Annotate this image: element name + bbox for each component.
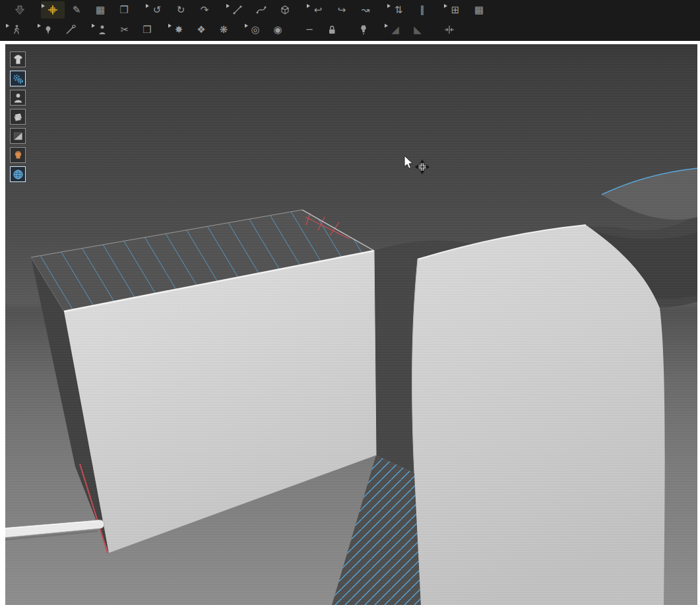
seam-line-tool-icon: ─ <box>306 25 312 35</box>
dressform-tool[interactable] <box>352 21 375 38</box>
surface-shade-button[interactable] <box>10 128 26 144</box>
flower-cluster-tool[interactable]: ❋ <box>212 21 235 38</box>
scissors-tool[interactable]: ✂ <box>113 21 136 38</box>
transform-pattern-tool-icon <box>48 5 58 15</box>
rotate-arc-tool-icon: ↷ <box>201 5 209 15</box>
import-garment-tool-icon <box>15 5 25 15</box>
cluster-tool[interactable]: ❖ <box>190 21 212 38</box>
show-avatar-button[interactable] <box>10 90 26 106</box>
rotate-ccw-tool[interactable]: ↺ <box>145 1 169 18</box>
flatten-tool[interactable]: ↝ <box>354 1 377 18</box>
pin-pair-tool-icon: ⇅ <box>395 5 403 15</box>
import-garment-tool[interactable] <box>8 1 32 18</box>
view-mode-toolbar <box>10 51 26 182</box>
copy-pattern-tool[interactable]: ❐ <box>112 1 136 18</box>
edit-pattern-tool[interactable]: ✎ <box>65 1 88 18</box>
right-garment-panel[interactable] <box>412 225 665 605</box>
fabrics-icon <box>13 111 24 123</box>
edit-pattern-tool-icon: ✎ <box>73 5 81 15</box>
rotate-ccw-tool-icon: ↺ <box>153 5 162 15</box>
dropdown-arrow-icon <box>245 24 248 28</box>
rotate-cw-tool[interactable]: ↻ <box>169 1 193 18</box>
button-place-tool-icon: ◎ <box>251 25 259 35</box>
unfold-tool[interactable]: ↪ <box>330 1 354 18</box>
button-tool-icon: ◉ <box>273 25 282 35</box>
cluster-tool-icon: ❖ <box>197 25 205 35</box>
viewport-3d[interactable] <box>5 44 697 605</box>
unfold-tool-icon: ↪ <box>338 5 346 15</box>
mesh-grid-tool[interactable]: ▦ <box>467 1 491 18</box>
mesh-grid-tool-icon: ▦ <box>474 5 484 15</box>
globe-icon <box>13 169 24 180</box>
scissors-tool-icon: ✂ <box>121 25 129 35</box>
transform-pattern-tool[interactable] <box>41 1 65 18</box>
show-garment-button[interactable] <box>10 51 26 67</box>
pin-tool-icon <box>43 24 53 35</box>
fabric-layers-button[interactable] <box>10 109 26 125</box>
dropdown-arrow-icon <box>6 24 9 28</box>
lock-tool[interactable] <box>321 21 343 38</box>
shade-triangle-tool-b[interactable]: ◣ <box>406 21 429 38</box>
rotate-cw-tool-icon: ↻ <box>177 5 185 15</box>
button-place-tool[interactable]: ◎ <box>244 21 267 38</box>
burst-tool[interactable]: ✸ <box>168 21 190 38</box>
dropdown-arrow-icon <box>168 24 172 28</box>
shade-triangle-tool-b-icon: ◣ <box>414 25 422 35</box>
dropdown-arrow-icon <box>385 24 388 28</box>
rotate-arc-tool[interactable]: ↷ <box>193 1 216 18</box>
segment-sewing-tool-icon <box>232 5 243 15</box>
pin-tool[interactable] <box>37 21 59 38</box>
dropdown-arrow-icon <box>444 4 447 8</box>
shade-triangle-tool-a[interactable]: ◢ <box>384 21 406 38</box>
burst-tool-icon: ✸ <box>175 25 183 35</box>
free-sewing-tool[interactable] <box>249 1 273 18</box>
flower-cluster-tool-icon: ❋ <box>220 25 228 35</box>
avatar-tape-tool-icon <box>97 24 108 35</box>
edit-texture-tool-icon: ▦ <box>96 5 105 15</box>
head-icon <box>13 150 24 161</box>
world-view-button[interactable] <box>10 166 26 182</box>
main-toolbar: ✎▦❐↺↻↷↩↪↝⇅∥⊞▦ ✂❒✸❖❋◎◉─◢◣ <box>0 0 700 41</box>
flatten-tool-icon: ↝ <box>362 5 370 15</box>
seam-line-tool[interactable]: ─ <box>298 21 321 38</box>
toolbar-row-1: ✎▦❐↺↻↷↩↪↝⇅∥⊞▦ <box>0 0 700 20</box>
pattern-cut-tool[interactable]: ❒ <box>136 21 158 38</box>
dropdown-arrow-icon <box>42 4 45 8</box>
walk-avatar-tool[interactable] <box>5 21 28 38</box>
shirt-icon <box>13 54 24 65</box>
dropdown-arrow-icon <box>146 4 149 8</box>
dropdown-arrow-icon <box>387 4 391 8</box>
simulation-button[interactable] <box>10 71 26 86</box>
sewing-3d-tool[interactable] <box>273 1 297 18</box>
sewing-3d-tool-icon <box>280 5 290 15</box>
dressform-tool-icon <box>358 24 369 35</box>
collision-arrows-tool-icon <box>444 24 455 35</box>
dropdown-arrow-icon <box>38 24 41 28</box>
collision-arrows-tool[interactable] <box>438 21 461 38</box>
halfsq-icon <box>13 131 24 142</box>
button-tool[interactable]: ◉ <box>267 21 289 38</box>
viewport-frame <box>0 41 700 605</box>
toolbar-row-2: ✂❒✸❖❋◎◉─◢◣ <box>0 20 700 40</box>
pattern-cut-tool-icon: ❒ <box>143 25 151 35</box>
tack-tool[interactable]: ∥ <box>410 1 434 18</box>
lock-tool-icon <box>327 24 337 35</box>
dropdown-arrow-icon <box>92 24 95 28</box>
segment-sewing-tool[interactable] <box>226 1 249 18</box>
gears-icon <box>13 73 24 84</box>
avatar-skin-button[interactable] <box>10 147 26 163</box>
needle-tool-icon <box>65 24 76 35</box>
quad-mesh-tool[interactable]: ⊞ <box>443 1 467 18</box>
fold-arrangement-tool[interactable]: ↩ <box>306 1 330 18</box>
panel-gap <box>374 251 418 473</box>
needle-tool[interactable] <box>59 21 82 38</box>
avatar-tape-tool[interactable] <box>91 21 113 38</box>
person-icon <box>13 92 24 104</box>
shade-triangle-tool-a-icon: ◢ <box>391 25 399 35</box>
copy-pattern-tool-icon: ❐ <box>119 5 128 15</box>
dropdown-arrow-icon <box>226 4 230 8</box>
pin-pair-tool[interactable]: ⇅ <box>387 1 410 18</box>
edit-texture-tool[interactable]: ▦ <box>88 1 112 18</box>
free-sewing-tool-icon <box>256 5 267 15</box>
garment-3d-scene <box>5 44 697 605</box>
